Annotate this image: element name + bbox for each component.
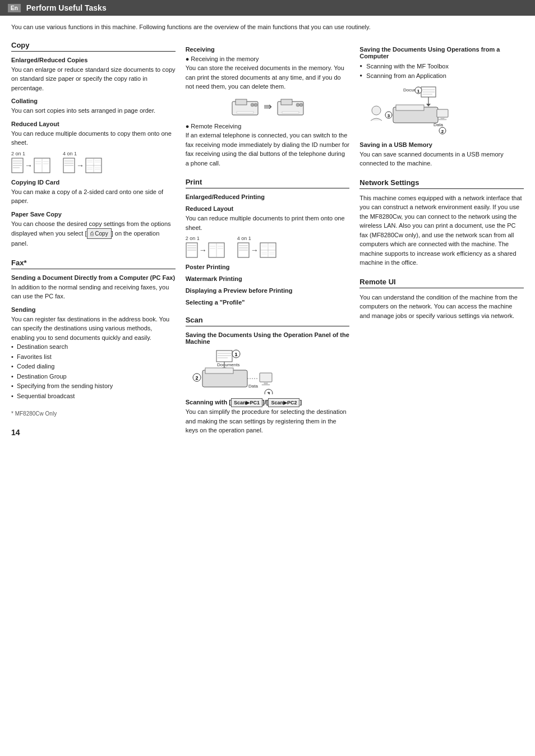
- print-arrow2: →: [251, 246, 259, 255]
- copy-collating-text: You can sort copies into sets arranged i…: [11, 106, 176, 116]
- copy-paper-save-title: Paper Save Copy: [11, 211, 176, 218]
- scan-operation-diagram: 1 Documents 2: [186, 349, 275, 394]
- print-4on1-label: 4 on 1: [237, 236, 276, 241]
- svg-rect-96: [441, 117, 444, 119]
- svg-text:1: 1: [417, 89, 420, 94]
- scan-pc2-btn: Scan▶PC2: [268, 398, 299, 407]
- fax-receiving-memory: ● Receiving in the memory You can store …: [186, 54, 350, 91]
- print-section: Print Enlarged/Reduced Printing Reduced …: [186, 178, 350, 306]
- copy-paper-save-text: You can choose the desired copy settings…: [11, 219, 176, 248]
- copy-4on1-result: [85, 158, 102, 173]
- svg-rect-70: [205, 368, 233, 374]
- list-item: Destination search: [11, 342, 176, 352]
- print-section-title: Print: [186, 178, 350, 188]
- scan-section-title: Scan: [186, 316, 350, 326]
- fax-arrow-icon: ⇛: [264, 100, 272, 113]
- svg-text:2: 2: [195, 375, 198, 381]
- svg-point-29: [251, 103, 254, 107]
- copy-doc2-icon: [63, 158, 75, 173]
- page-number: 14: [11, 428, 176, 437]
- scan-usb-text: You can save scanned documents in a USB …: [359, 150, 524, 168]
- scan-pc-diagram-svg: Documents 1: [359, 86, 449, 136]
- fax-receiving-title: Receiving: [186, 46, 350, 53]
- copy-layout-diagrams: 2 on 1 →: [11, 151, 176, 173]
- list-item: Scanning from an Application: [359, 71, 524, 81]
- copy-reduced-layout-title: Reduced Layout: [11, 121, 176, 127]
- column-2: Receiving ● Receiving in the memory You …: [186, 41, 350, 435]
- svg-text:1: 1: [234, 352, 237, 357]
- scan-pc1-btn: Scan▶PC1: [231, 398, 262, 407]
- print-2on1-label: 2 on 1: [186, 236, 225, 241]
- print-4on1-group: 4 on 1 →: [237, 236, 276, 258]
- svg-text:2: 2: [441, 129, 444, 134]
- scan-panel-title: Saving the Documents Using the Operation…: [186, 331, 350, 345]
- svg-rect-75: [264, 382, 268, 384]
- copy-id-card-title: Copying ID Card: [11, 179, 176, 186]
- copy-enlarged-text: You can enlarge or reduce standard size …: [11, 65, 176, 93]
- print-2on1-row: →: [186, 242, 225, 258]
- print-reduced-layout-title: Reduced Layout: [186, 205, 350, 212]
- print-2on1-group: 2 on 1 →: [186, 236, 225, 258]
- lang-badge: En: [8, 4, 21, 12]
- svg-text:3: 3: [388, 113, 390, 118]
- fax-section: Fax* Sending a Document Directly from a …: [11, 259, 176, 402]
- fax-pc-fax-title: Sending a Document Directly from a Compu…: [11, 274, 176, 281]
- copy-4on1-row: →: [63, 158, 102, 173]
- list-item: Specifying from the sending history: [11, 381, 176, 391]
- fax-machine2-icon: [276, 96, 305, 117]
- copy-id-card-text: You can make a copy of a 2-sided card on…: [11, 187, 176, 206]
- network-text: This machine comes equipped with a netwo…: [359, 193, 524, 268]
- copy-doc-icon: [11, 158, 24, 173]
- svg-marker-88: [426, 104, 431, 107]
- svg-rect-90: [396, 105, 424, 110]
- network-section-title: Network Settings: [359, 178, 524, 189]
- print-enlarged-title: Enlarged/Reduced Printing: [186, 193, 350, 200]
- svg-rect-28: [237, 112, 253, 113]
- network-section: Network Settings This machine comes equi…: [359, 178, 524, 268]
- fax-sending-title: Sending: [11, 306, 176, 313]
- scan-diagram-svg: 1 Documents 2: [186, 349, 275, 394]
- fax-machine-icon: [231, 96, 259, 117]
- page-title: Perform Useful Tasks: [26, 3, 107, 12]
- print-layout-diagrams: 2 on 1 →: [186, 236, 350, 258]
- svg-rect-33: [282, 112, 299, 113]
- copy-2on1-result: [34, 158, 50, 173]
- copy-2on1-group: 2 on 1 →: [11, 151, 50, 173]
- list-item: Sequential broadcast: [11, 391, 176, 402]
- remote-ui-section-title: Remote UI: [359, 278, 524, 288]
- svg-rect-61: [216, 351, 232, 362]
- remote-ui-section: Remote UI You can understand the conditi…: [359, 278, 524, 321]
- svg-rect-27: [236, 99, 247, 105]
- main-content: Copy Enlarged/Reduced Copies You can enl…: [11, 41, 524, 437]
- svg-point-30: [254, 103, 257, 107]
- svg-text:3: 3: [267, 391, 270, 394]
- svg-rect-74: [260, 373, 272, 382]
- scan-pc-save-list: Scanning with the MF Toolbox Scanning fr…: [359, 62, 524, 81]
- fax-sending-list: Destination search Favorites list Coded …: [11, 342, 176, 402]
- list-item: Coded dialing: [11, 362, 176, 372]
- print-4on1-row: →: [237, 242, 276, 258]
- print-4on1-result: [260, 242, 276, 258]
- copy-reduced-layout-text: You can reduce multiple documents to cop…: [11, 129, 176, 147]
- print-profile-title: Selecting a "Profile": [186, 299, 350, 306]
- fax-sending-text: You can register fax destinations in the…: [11, 315, 176, 343]
- page-body: You can use various functions in this ma…: [0, 22, 535, 448]
- copy-arrow2: →: [76, 161, 84, 170]
- fax-remote-receiving: ● Remote Receiving If an external teleph…: [186, 122, 350, 168]
- svg-rect-76: [262, 384, 270, 385]
- copy-2on1-row: →: [11, 158, 50, 173]
- svg-text:Data: Data: [248, 384, 258, 389]
- scan-keys-text: You can simplify the procedure for selec…: [186, 407, 350, 435]
- scan-section: Scan Saving the Documents Using the Oper…: [186, 316, 350, 435]
- fax-pc-fax-text: In addition to the normal sending and re…: [11, 283, 176, 301]
- print-poster-title: Poster Printing: [186, 264, 350, 270]
- print-preview-title: Displaying a Preview before Printing: [186, 287, 350, 294]
- copy-enlarged-title: Enlarged/Reduced Copies: [11, 57, 176, 63]
- column-1: Copy Enlarged/Reduced Copies You can enl…: [11, 41, 176, 437]
- list-item: Scanning with the MF Toolbox: [359, 62, 524, 72]
- copy-2on1-label: 2 on 1: [11, 151, 50, 156]
- page-header: En Perform Useful Tasks: [0, 0, 535, 16]
- scan-pc-save-title: Saving the Documents Using Operations fr…: [359, 46, 524, 59]
- svg-text:Data: Data: [433, 122, 443, 127]
- print-2on1-result: [208, 242, 225, 258]
